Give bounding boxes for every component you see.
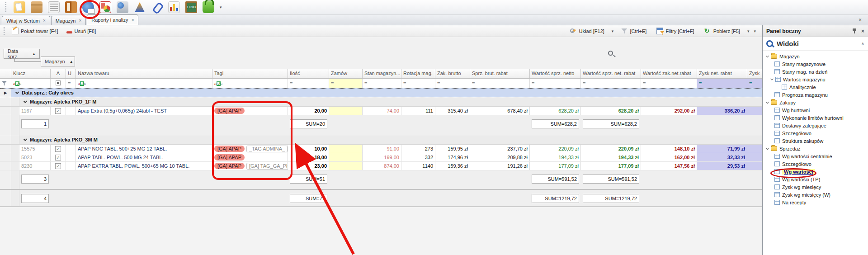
cell-zamow[interactable] bbox=[329, 153, 363, 161]
quick-filter-button[interactable]: [Ctrl+E] bbox=[618, 27, 649, 35]
filter-ilosc[interactable]: = bbox=[288, 79, 329, 88]
group-field-data-sprz[interactable]: Data sprz. ▲ bbox=[4, 49, 40, 59]
tree-item-zysk-wg-miesiecy[interactable]: Zysk wg miesięcy bbox=[763, 183, 868, 191]
tree-item-szczegolowo-sprzedaz[interactable]: Szczegółowo bbox=[763, 160, 868, 168]
cell-checkbox-a[interactable]: ✓ bbox=[51, 107, 66, 115]
chevron-up-icon[interactable]: ∧ bbox=[861, 41, 864, 46]
paperclip-icon[interactable] bbox=[151, 1, 163, 13]
filters-button[interactable]: Filtry [Ctrl+F] bbox=[654, 27, 697, 35]
layout-caret[interactable]: ▾ bbox=[612, 29, 614, 33]
filter-zak-brutto[interactable]: = bbox=[435, 79, 470, 88]
chevron-down-icon[interactable] bbox=[766, 100, 769, 104]
column-header-ilosc[interactable]: Ilość bbox=[288, 69, 329, 78]
row-selector[interactable] bbox=[0, 135, 11, 144]
group-row-data-sprz[interactable]: ▶ Data sprz.: Cały okres bbox=[0, 88, 762, 97]
table-row[interactable]: 8230 ✓ APAP EXTRA TABL. POWL. 500+65 MG … bbox=[0, 162, 762, 170]
cell-checkbox-a[interactable]: ✓ bbox=[51, 162, 66, 170]
tree-item-wg-hurtowni[interactable]: Wg hurtowni bbox=[763, 106, 868, 114]
cell-tagi[interactable]: [GA] APAP bbox=[212, 153, 288, 161]
column-header-u[interactable]: U bbox=[66, 69, 76, 78]
news-icon[interactable] bbox=[48, 1, 60, 13]
tag-pill[interactable]: [GA] APAP bbox=[214, 146, 245, 152]
tag-pill[interactable]: [GA] APAP bbox=[214, 163, 245, 169]
filter-a[interactable] bbox=[51, 79, 66, 88]
tree-item-magazyn[interactable]: Magazyn bbox=[763, 52, 868, 60]
tab-raporty-i-analizy[interactable]: Raporty i analizy × bbox=[87, 14, 138, 25]
cell-zamow[interactable] bbox=[329, 107, 363, 115]
cell-nazwa[interactable]: Apap Extra (0,5g+0,065g) 24tabl - TEST bbox=[76, 107, 212, 115]
chevron-down-icon[interactable] bbox=[770, 77, 774, 80]
tag-box[interactable]: [GA] TAG_GA_Pł bbox=[246, 163, 288, 170]
row-selector[interactable]: ▶ bbox=[0, 89, 11, 97]
filter-rotacja[interactable]: = bbox=[401, 79, 435, 88]
tag-pill[interactable]: [GA] APAP bbox=[214, 108, 245, 114]
cell-zamow[interactable] bbox=[329, 145, 363, 153]
tree-item-szczegolowo-zakupy[interactable]: Szczegółowo bbox=[763, 129, 868, 137]
tree-item-wykonanie-limitow-hurtowni[interactable]: Wykonanie limitów hurtowni bbox=[763, 114, 868, 122]
checkbox-checked-icon[interactable]: ✓ bbox=[55, 108, 61, 114]
tree-item-dostawy-zalegajace[interactable]: Dostawy zalegające bbox=[763, 122, 868, 129]
column-header-zamow[interactable]: Zamów bbox=[329, 69, 363, 78]
delete-button[interactable]: Usuń [F8] bbox=[64, 28, 99, 35]
collapse-chevron-icon[interactable] bbox=[24, 137, 27, 141]
group-field-magazyn[interactable]: Magazyn ▲ bbox=[41, 57, 75, 66]
cell-zamow[interactable] bbox=[329, 162, 363, 170]
checkbox-checked-icon[interactable]: ✓ bbox=[55, 163, 61, 169]
column-header-zysk-net-rabat[interactable]: Zysk net. rabat bbox=[697, 69, 747, 78]
cell-nazwa[interactable]: APAP TABL. POWL. 500 MG 24 TABL. bbox=[76, 153, 212, 161]
reports-pie-icon[interactable] bbox=[99, 1, 111, 13]
filter-wartosc-sprz-netto[interactable]: = bbox=[530, 79, 581, 88]
row-selector[interactable] bbox=[0, 162, 11, 170]
column-header-klucz[interactable]: Klucz bbox=[11, 69, 51, 78]
basket-icon[interactable] bbox=[203, 1, 214, 13]
layout-button[interactable]: Układ [F12] bbox=[567, 27, 607, 35]
column-header-nazwa[interactable]: Nazwa towaru bbox=[76, 69, 212, 78]
row-selector[interactable] bbox=[0, 107, 11, 115]
column-header-zak-brutto[interactable]: Zak. brutto bbox=[435, 69, 470, 78]
row-selector[interactable] bbox=[0, 97, 11, 106]
search-icon[interactable] bbox=[608, 51, 613, 56]
close-icon[interactable]: × bbox=[861, 28, 864, 34]
row-selector[interactable] bbox=[0, 145, 11, 153]
tree-item-zysk-wg-miesiecy-w[interactable]: Zysk wg miesięcy (W) bbox=[763, 191, 868, 198]
tree-item-stany-mag-na-dzien[interactable]: Stany mag. na dzień bbox=[763, 68, 868, 76]
cell-checkbox-a[interactable]: ✓ bbox=[51, 145, 66, 153]
toolbar-options-caret[interactable]: ▾ bbox=[754, 29, 756, 33]
tab-witaj-w-sertum[interactable]: Witaj w Sertum × bbox=[2, 16, 50, 25]
tree-item-prognoza-magazynu[interactable]: Prognoza magazynu bbox=[763, 91, 868, 99]
pin-icon[interactable] bbox=[852, 28, 857, 34]
table-row[interactable]: 1167 ✓ Apap Extra (0,5g+0,065g) 24tabl -… bbox=[0, 107, 762, 115]
column-header-wartosc-zak-net-rabat[interactable]: Wartość zak.net.rabat bbox=[641, 69, 697, 78]
cell-nazwa[interactable]: APAP EXTRA TABL. POWL. 500+65 MG 10 TABL… bbox=[76, 162, 212, 170]
cell-tagi[interactable]: [GA] APAP[GA] TAG_GA_Pł bbox=[212, 162, 288, 170]
filter-sprz-brut-rabat[interactable]: = bbox=[470, 79, 530, 88]
row-selector[interactable] bbox=[0, 153, 11, 161]
toolbar-grip[interactable] bbox=[5, 2, 7, 12]
filter-selector-cell[interactable] bbox=[0, 79, 11, 88]
tab-close-icon[interactable]: × bbox=[79, 18, 81, 23]
tabstrip-close-icon[interactable]: × bbox=[859, 17, 862, 23]
download-caret[interactable]: ▾ bbox=[747, 29, 750, 33]
toolbar-overflow-caret[interactable]: ▾ bbox=[220, 5, 222, 9]
column-header-wartosc-sprz-netto[interactable]: Wartość sprz. netto bbox=[530, 69, 581, 78]
download-button[interactable]: ↻ Pobierz [F5] bbox=[702, 27, 743, 35]
chevron-down-icon[interactable] bbox=[766, 54, 769, 57]
cell-nazwa[interactable]: APAP NOC TABL. 500+25 MG 12 TABL. bbox=[76, 145, 212, 153]
tag-pill[interactable]: [GA] APAP bbox=[214, 154, 245, 161]
column-header-sprz-brut-rabat[interactable]: Sprz. brut. rabat bbox=[470, 69, 530, 78]
table-row[interactable]: 5023 ✓ APAP TABL. POWL. 500 MG 24 TABL. … bbox=[0, 153, 762, 162]
tree-item-analitycznie[interactable]: Analitycznie bbox=[763, 83, 868, 91]
training-board-icon[interactable]: 1+2=3 bbox=[185, 1, 197, 13]
filter-wartosc-zak-net-rabat[interactable]: = bbox=[641, 79, 697, 88]
filter-nazwa[interactable]: aBc bbox=[76, 79, 212, 88]
table-row[interactable]: 15575 ✓ APAP NOC TABL. 500+25 MG 12 TABL… bbox=[0, 145, 762, 153]
chart-triangle-icon[interactable] bbox=[134, 1, 146, 13]
toolbar-grip[interactable] bbox=[4, 27, 5, 35]
filter-wartosc-sprz-net-rabat[interactable]: = bbox=[581, 79, 641, 88]
address-book-icon[interactable] bbox=[65, 1, 77, 13]
group-row-magazyn-pko-1f[interactable]: Magazyn: Apteka PKO_1F M bbox=[0, 97, 762, 107]
cell-tagi[interactable]: [GA] APAP bbox=[212, 107, 288, 115]
views-section-header[interactable]: Widoki ∧ bbox=[763, 37, 868, 51]
group-row-magazyn-pko-3m[interactable]: Magazyn: Apteka PKO_3M M bbox=[0, 135, 762, 145]
column-header-a[interactable]: A bbox=[51, 69, 66, 78]
